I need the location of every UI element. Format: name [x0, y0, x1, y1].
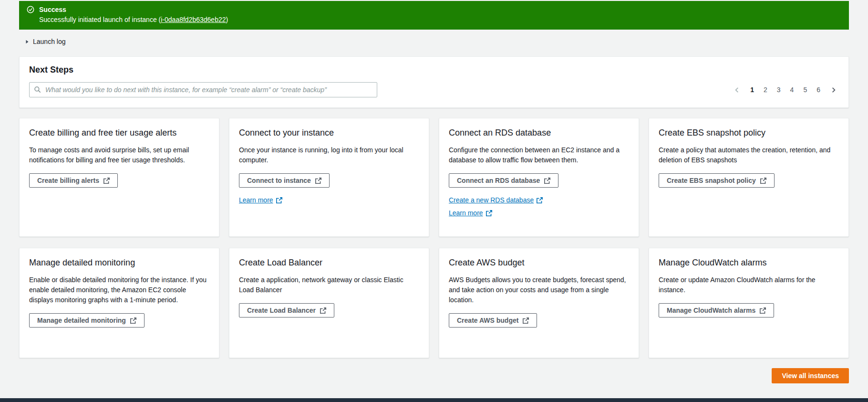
action-card: Connect to your instance Once your insta…	[229, 118, 429, 237]
card-action-button-label: Create EBS snapshot policy	[667, 176, 756, 185]
card-description: Enable or disable detailed monitoring fo…	[29, 275, 209, 305]
external-link-icon	[760, 178, 766, 184]
action-card: Create billing and free tier usage alert…	[19, 118, 219, 237]
carousel-pagination: 1 2 3 4 5 6	[734, 86, 837, 94]
card-action-button-label: Create billing alerts	[37, 176, 99, 185]
card-button-row: Connect to instance	[239, 173, 419, 188]
card-button-row: Manage detailed monitoring	[29, 313, 209, 328]
card-action-button[interactable]: Manage detailed monitoring	[29, 313, 145, 328]
card-action-button-label: Connect an RDS database	[457, 176, 540, 185]
flashbar-title: Success	[39, 5, 228, 14]
card-title: Connect to your instance	[239, 127, 419, 138]
console-footer-bar	[0, 398, 868, 402]
external-link-icon	[760, 307, 766, 314]
card-button-row: Manage CloudWatch alarms	[659, 303, 839, 317]
card-links: Create a new RDS databaseLearn more	[449, 196, 629, 217]
external-link-icon	[130, 317, 136, 324]
card-description: Once your instance is running, log into …	[239, 145, 419, 165]
card-link[interactable]: Learn more	[239, 196, 282, 204]
card-action-button-label: Manage detailed monitoring	[37, 316, 126, 325]
action-card: Manage detailed monitoring Enable or dis…	[19, 248, 219, 358]
external-link-icon	[537, 197, 543, 203]
card-link-label: Learn more	[449, 209, 483, 217]
external-link-icon	[315, 178, 321, 184]
card-button-row: Connect an RDS database	[449, 173, 629, 188]
card-description: Create a application, network gateway or…	[239, 275, 419, 295]
card-description: Create or update Amazon CloudWatch alarm…	[659, 275, 839, 295]
action-card: Create AWS budget AWS Budgets allows you…	[439, 248, 639, 358]
card-action-button[interactable]: Connect to instance	[239, 173, 330, 188]
view-all-instances-button[interactable]: View all instances	[772, 368, 849, 383]
caret-right-icon	[25, 39, 30, 44]
card-link[interactable]: Create a new RDS database	[449, 196, 543, 204]
flashbar-message: Successfully initiated launch of instanc…	[39, 15, 228, 24]
action-card: Manage CloudWatch alarms Create or updat…	[649, 248, 849, 358]
card-description: Configure the connection between an EC2 …	[449, 145, 629, 165]
action-card: Connect an RDS database Configure the co…	[439, 118, 639, 237]
card-link[interactable]: Learn more	[449, 209, 492, 217]
launch-success-page: Success Successfully initiated launch of…	[0, 0, 868, 383]
card-action-button[interactable]: Manage CloudWatch alarms	[659, 303, 774, 317]
card-action-button-label: Create AWS budget	[457, 316, 518, 325]
card-action-button-label: Connect to instance	[247, 176, 311, 185]
card-action-button[interactable]: Connect an RDS database	[449, 173, 558, 188]
action-card: Create EBS snapshot policy Create a poli…	[649, 118, 849, 237]
next-steps-panel: Next Steps 1 2 3 4 5 6	[19, 56, 849, 108]
launch-log-toggle[interactable]: Launch log	[25, 38, 66, 45]
card-button-row: Create billing alerts	[29, 173, 209, 188]
card-link-label: Create a new RDS database	[449, 196, 534, 204]
flashbar-message-text: Successfully initiated launch of instanc…	[39, 16, 161, 23]
flashbar-message-suffix: )	[226, 16, 228, 23]
page-number-2[interactable]: 2	[764, 86, 767, 94]
page-number-1[interactable]: 1	[750, 86, 754, 94]
card-title: Create Load Balancer	[239, 257, 419, 268]
card-title: Create AWS budget	[449, 257, 629, 268]
card-action-button-label: Manage CloudWatch alarms	[667, 306, 755, 315]
card-links: Learn more	[239, 196, 419, 204]
instance-id-link[interactable]: i-0daa8fd2b63d6eb22	[161, 16, 226, 23]
card-button-row: Create Load Balancer	[239, 303, 419, 317]
page-number-3[interactable]: 3	[777, 86, 781, 94]
next-steps-title: Next Steps	[29, 65, 839, 75]
external-link-icon	[103, 178, 110, 184]
card-description: Create a policy that automates the creat…	[659, 145, 839, 165]
next-steps-search-input[interactable]	[29, 82, 377, 97]
card-action-button[interactable]: Create EBS snapshot policy	[659, 173, 775, 188]
card-title: Connect an RDS database	[449, 127, 629, 138]
card-action-button[interactable]: Create AWS budget	[449, 313, 537, 328]
next-steps-cards-grid: Create billing and free tier usage alert…	[19, 118, 849, 358]
external-link-icon	[320, 307, 326, 314]
launch-log-label: Launch log	[33, 38, 66, 45]
page-number-4[interactable]: 4	[790, 86, 794, 94]
card-description: AWS Budgets allows you to create budgets…	[449, 275, 629, 305]
search-icon	[34, 86, 41, 93]
next-steps-search-row: 1 2 3 4 5 6	[29, 82, 839, 97]
card-button-row: Create AWS budget	[449, 313, 629, 328]
card-description: To manage costs and avoid surprise bills…	[29, 145, 209, 165]
external-link-icon	[544, 178, 550, 184]
success-flashbar: Success Successfully initiated launch of…	[19, 1, 849, 30]
action-card: Create Load Balancer Create a applicatio…	[229, 248, 429, 358]
page-number-6[interactable]: 6	[816, 86, 820, 94]
footer-actions: View all instances	[19, 368, 849, 383]
card-title: Create billing and free tier usage alert…	[29, 127, 209, 138]
card-button-row: Create EBS snapshot policy	[659, 173, 839, 188]
card-action-button-label: Create Load Balancer	[247, 306, 316, 315]
external-link-icon	[276, 197, 282, 203]
next-steps-search	[29, 82, 377, 97]
pagination-prev-button[interactable]	[734, 86, 741, 94]
card-action-button[interactable]: Create Load Balancer	[239, 303, 334, 317]
external-link-icon	[523, 317, 529, 324]
card-title: Create EBS snapshot policy	[659, 127, 839, 138]
card-action-button[interactable]: Create billing alerts	[29, 173, 118, 188]
flashbar-body: Success Successfully initiated launch of…	[39, 5, 228, 24]
pagination-next-button[interactable]	[830, 86, 837, 94]
page-number-5[interactable]: 5	[803, 86, 807, 94]
external-link-icon	[486, 210, 492, 216]
card-link-label: Learn more	[239, 196, 273, 204]
card-title: Manage detailed monitoring	[29, 257, 209, 268]
card-title: Manage CloudWatch alarms	[659, 257, 839, 268]
success-check-icon	[27, 6, 34, 13]
